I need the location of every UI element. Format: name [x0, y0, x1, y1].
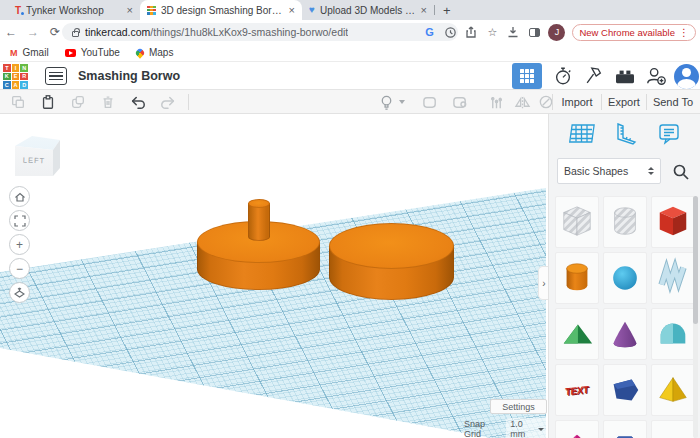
ungroup-icon[interactable]: [450, 92, 470, 112]
browser-menu-icon[interactable]: ⋮: [679, 27, 689, 38]
shape-tile-paraboloid[interactable]: [555, 420, 599, 438]
shape-tile-round-roof[interactable]: [651, 308, 695, 360]
hammer-icon[interactable]: [581, 63, 607, 89]
bookmark-youtube[interactable]: YouTube: [65, 47, 120, 58]
design-menu-icon[interactable]: [45, 67, 67, 85]
tynker-favicon: T: [15, 5, 21, 16]
shape-tile-scribble[interactable]: [651, 252, 695, 304]
stopwatch-icon[interactable]: [550, 63, 576, 89]
duplicate-icon[interactable]: [68, 92, 88, 112]
send-to-button[interactable]: Send To: [648, 90, 698, 114]
ruler-helper-icon[interactable]: [614, 122, 638, 150]
lock-icon: [72, 31, 79, 37]
tinkercad-logo[interactable]: TIN KER CAD: [3, 64, 28, 89]
close-icon[interactable]: ×: [127, 5, 133, 16]
bookmark-maps[interactable]: Maps: [136, 47, 173, 58]
bookmark-gmail[interactable]: MGmail: [10, 47, 49, 58]
shape-tile-half-sphere[interactable]: [651, 420, 695, 438]
zoom-in-button[interactable]: +: [9, 234, 30, 255]
3d-viewport[interactable]: Workplane LEFT + − › Settings: [0, 114, 548, 438]
design-title: Smashing Borwo: [78, 69, 180, 83]
close-icon[interactable]: ×: [421, 5, 427, 16]
panel-scrollbar[interactable]: [693, 196, 698, 438]
bookmark-star-icon[interactable]: ☆: [485, 25, 499, 39]
fit-view-button[interactable]: [9, 210, 30, 231]
side-panel-icon[interactable]: [527, 25, 541, 39]
shape-tile-roof[interactable]: [555, 308, 599, 360]
shape-tile-box-hole[interactable]: [555, 196, 599, 248]
workplane-tool-icon[interactable]: [569, 123, 595, 149]
redo-icon[interactable]: [158, 92, 178, 112]
chrome-update-button[interactable]: New Chrome available ⋮: [572, 24, 696, 41]
account-avatar[interactable]: [674, 64, 699, 89]
snap-grid-dropdown[interactable]: 1.0 mm: [506, 418, 548, 438]
shape-tile-pyramid[interactable]: [651, 364, 695, 416]
toolbar-separator: [552, 94, 553, 110]
small-cylinder-top[interactable]: [248, 199, 270, 208]
small-cylinder-body[interactable]: [248, 203, 270, 241]
shapes-panel: Basic Shapes: [548, 114, 700, 438]
scrollbar-thumb[interactable]: [693, 196, 698, 324]
close-icon[interactable]: ×: [289, 5, 295, 16]
tab-title: 3D design Smashing Borwo |: [161, 5, 284, 16]
import-button[interactable]: Import: [556, 90, 598, 114]
shape-tile-hexagonal-prism[interactable]: [603, 420, 647, 438]
google-icon[interactable]: G: [422, 25, 436, 39]
shape-tile-text[interactable]: TEXT: [555, 364, 599, 416]
browser-profile-avatar[interactable]: J: [548, 24, 565, 41]
perspective-toggle-button[interactable]: [9, 282, 30, 303]
home-view-button[interactable]: [9, 186, 30, 207]
download-icon[interactable]: [506, 25, 520, 39]
chevron-down-icon[interactable]: [396, 92, 408, 112]
shape-tile-sphere[interactable]: [603, 252, 647, 304]
lightbulb-icon[interactable]: [376, 92, 396, 112]
url-bar[interactable]: tinkercad.com/things/1hu8kLxKox9-smashin…: [62, 23, 458, 41]
toolbar-separator: [601, 94, 602, 110]
back-icon[interactable]: ←: [0, 25, 22, 39]
delete-icon[interactable]: [98, 92, 118, 112]
shape-tiles-grid: TEXT: [555, 196, 691, 438]
shape-category-select[interactable]: Basic Shapes: [557, 158, 661, 184]
settings-button[interactable]: Settings: [490, 399, 547, 414]
tinkercad-header: TIN KER CAD Smashing Borwo: [0, 62, 700, 90]
bookmarks-bar: MGmail YouTube Maps: [0, 44, 700, 62]
notes-tool-icon[interactable]: [657, 122, 681, 150]
copy-icon[interactable]: [8, 92, 28, 112]
share-icon[interactable]: [464, 25, 478, 39]
blocks-view-button[interactable]: [512, 63, 542, 89]
paste-icon[interactable]: [38, 92, 58, 112]
toolbar-separator: [646, 94, 647, 110]
shape-tile-cone[interactable]: [603, 308, 647, 360]
snap-grid-label: Snap Grid: [464, 419, 498, 438]
editor-toolbar: Import Export Send To: [0, 90, 700, 114]
history-icon[interactable]: [443, 25, 457, 39]
text-shape-glyph: TEXT: [565, 383, 589, 397]
tab-creality-upload[interactable]: ♥ Upload 3D Models on Creality ×: [302, 0, 434, 20]
shape-tile-box[interactable]: [651, 196, 695, 248]
undo-icon[interactable]: [128, 92, 148, 112]
zoom-out-button[interactable]: −: [9, 258, 30, 279]
panel-collapse-handle[interactable]: ›: [538, 266, 548, 300]
shape-tile-polygon[interactable]: [603, 364, 647, 416]
select-arrows-icon: [648, 167, 654, 175]
forward-icon[interactable]: →: [22, 25, 44, 39]
search-shapes-button[interactable]: [669, 160, 693, 184]
chevron-down-icon: [538, 428, 544, 431]
export-button[interactable]: Export: [604, 90, 644, 114]
group-icon[interactable]: [420, 92, 440, 112]
tab-tynker-workshop[interactable]: T Tynker Workshop ×: [8, 0, 140, 20]
invite-person-icon[interactable]: [643, 63, 669, 89]
creality-favicon: ♥: [309, 5, 315, 15]
shape-tile-cylinder-hole[interactable]: [603, 196, 647, 248]
ruler-tool-icon[interactable]: [536, 92, 556, 112]
new-tab-button[interactable]: +: [443, 3, 451, 18]
main-area: Workplane LEFT + − › Settings: [0, 114, 700, 438]
mirror-icon[interactable]: [512, 92, 532, 112]
cylinder-right-top[interactable]: [329, 223, 454, 269]
align-icon[interactable]: [486, 92, 506, 112]
shape-tile-cylinder[interactable]: [555, 252, 599, 304]
tab-tinkercad-design[interactable]: 3D design Smashing Borwo | ×: [140, 0, 302, 20]
brick-icon[interactable]: [612, 63, 638, 89]
view-cube[interactable]: LEFT: [10, 130, 62, 180]
tab-title: Tynker Workshop: [26, 5, 121, 16]
